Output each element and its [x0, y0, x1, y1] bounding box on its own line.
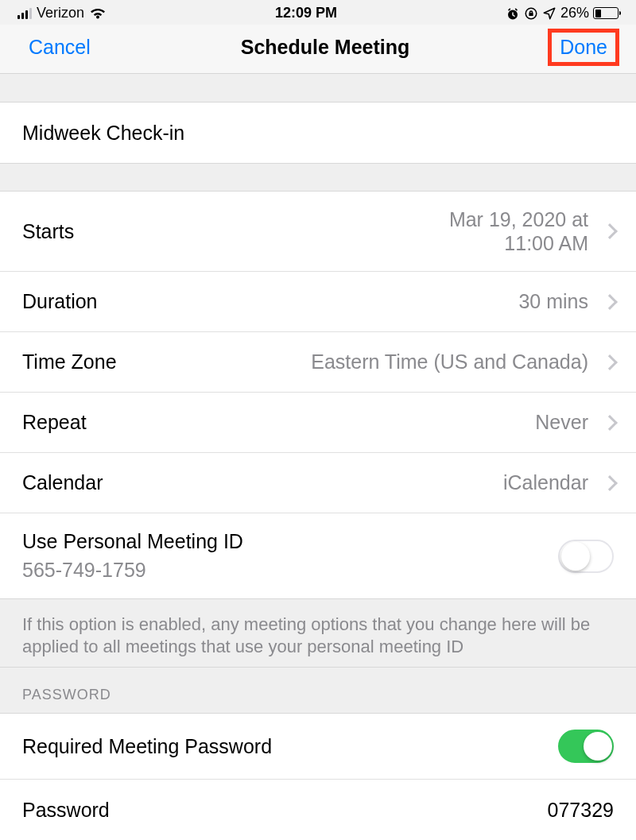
starts-row[interactable]: Starts Mar 19, 2020 at 11:00 AM — [0, 192, 636, 272]
duration-value: 30 mins — [518, 290, 588, 313]
location-icon — [542, 6, 556, 21]
done-button[interactable]: Done — [560, 36, 607, 59]
require-password-toggle[interactable] — [558, 730, 614, 763]
battery-icon — [593, 7, 619, 19]
repeat-row[interactable]: Repeat Never — [0, 393, 636, 453]
status-bar: Verizon 12:09 PM 26% — [0, 0, 636, 25]
password-section: Required Meeting Password Password 07732… — [0, 714, 636, 840]
calendar-value: iCalendar — [503, 471, 588, 494]
duration-label: Duration — [22, 290, 98, 313]
status-right: 26% — [506, 5, 619, 21]
nav-bar: Cancel Schedule Meeting Done — [0, 25, 636, 74]
orientation-lock-icon — [524, 6, 538, 21]
title-section — [0, 103, 636, 163]
timezone-value: Eastern Time (US and Canada) — [311, 350, 588, 374]
require-password-label: Required Meeting Password — [22, 735, 272, 758]
chevron-right-icon — [602, 294, 618, 310]
alarm-icon — [506, 6, 520, 21]
require-password-row: Required Meeting Password — [0, 714, 636, 780]
pmi-label: Use Personal Meeting ID — [22, 529, 243, 554]
status-left: Verizon — [17, 5, 107, 21]
pmi-note: If this option is enabled, any meeting o… — [0, 598, 636, 668]
chevron-right-icon — [602, 354, 618, 370]
repeat-label: Repeat — [22, 411, 87, 434]
cancel-button[interactable]: Cancel — [29, 36, 91, 59]
screen: Verizon 12:09 PM 26% Cancel Schedule Mee… — [0, 0, 636, 840]
done-highlight: Done — [548, 29, 619, 66]
pmi-id-value: 565-749-1759 — [22, 558, 243, 583]
timezone-label: Time Zone — [22, 350, 117, 374]
chevron-right-icon — [602, 475, 618, 491]
spacer — [0, 74, 636, 103]
signal-icon — [17, 8, 32, 19]
duration-row[interactable]: Duration 30 mins — [0, 272, 636, 332]
repeat-value: Never — [535, 411, 588, 434]
title-row[interactable] — [0, 103, 636, 163]
chevron-right-icon — [602, 415, 618, 431]
password-section-header: PASSWORD — [0, 668, 636, 714]
calendar-label: Calendar — [22, 471, 103, 494]
carrier-label: Verizon — [37, 5, 84, 21]
pmi-toggle[interactable] — [558, 540, 614, 573]
timezone-row[interactable]: Time Zone Eastern Time (US and Canada) — [0, 332, 636, 393]
spacer — [0, 163, 636, 192]
starts-label: Starts — [22, 220, 74, 243]
starts-value-line1: Mar 19, 2020 at — [449, 207, 588, 231]
battery-pct-label: 26% — [560, 5, 589, 21]
page-title: Schedule Meeting — [241, 36, 410, 59]
clock-label: 12:09 PM — [275, 5, 337, 21]
calendar-row[interactable]: Calendar iCalendar — [0, 453, 636, 513]
password-row[interactable]: Password 077329 — [0, 780, 636, 840]
meeting-title-input[interactable] — [22, 122, 614, 145]
pmi-row: Use Personal Meeting ID 565-749-1759 — [0, 513, 636, 598]
chevron-right-icon — [602, 223, 618, 239]
wifi-icon — [89, 7, 107, 20]
password-value: 077329 — [548, 799, 614, 822]
schedule-section: Starts Mar 19, 2020 at 11:00 AM Duration… — [0, 192, 636, 598]
password-label: Password — [22, 799, 110, 822]
starts-value-line2: 11:00 AM — [504, 231, 588, 255]
